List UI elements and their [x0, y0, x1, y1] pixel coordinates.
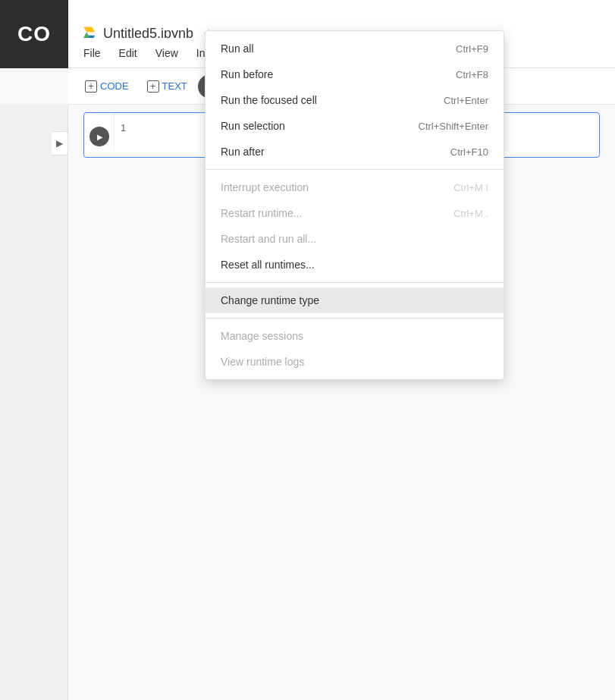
dropdown-section-run: Run all Ctrl+F9 Run before Ctrl+F8 Run t… — [206, 31, 504, 170]
runtime-dropdown: Run all Ctrl+F9 Run before Ctrl+F8 Run t… — [205, 30, 504, 380]
menu-manage-sessions: Manage sessions — [206, 323, 504, 349]
dropdown-overlay[interactable]: Run all Ctrl+F9 Run before Ctrl+F8 Run t… — [0, 0, 615, 700]
interrupt-shortcut: Ctrl+M I — [453, 182, 488, 193]
menu-view-runtime-logs: View runtime logs — [206, 349, 504, 375]
run-all-label: Run all — [221, 42, 254, 55]
interrupt-label: Interrupt execution — [221, 181, 309, 193]
run-before-label: Run before — [221, 68, 273, 80]
menu-run-focused[interactable]: Run the focused cell Ctrl+Enter — [206, 87, 504, 113]
menu-restart-run-all: Restart and run all... — [206, 226, 504, 252]
reset-all-label: Reset all runtimes... — [221, 259, 315, 271]
menu-change-runtime-type[interactable]: Change runtime type — [206, 287, 504, 313]
manage-sessions-label: Manage sessions — [221, 330, 303, 342]
run-selection-label: Run selection — [221, 120, 285, 132]
menu-restart: Restart runtime... Ctrl+M . — [206, 200, 504, 226]
restart-shortcut: Ctrl+M . — [453, 208, 488, 219]
restart-run-all-label: Restart and run all... — [221, 233, 316, 245]
run-focused-label: Run the focused cell — [221, 94, 317, 106]
run-before-shortcut: Ctrl+F8 — [456, 69, 488, 80]
menu-run-before[interactable]: Run before Ctrl+F8 — [206, 61, 504, 87]
change-runtime-type-label: Change runtime type — [221, 294, 319, 306]
dropdown-section-runtime-control: Interrupt execution Ctrl+M I Restart run… — [206, 170, 504, 283]
dropdown-section-runtime-type: Change runtime type — [206, 283, 504, 319]
menu-reset-all[interactable]: Reset all runtimes... — [206, 252, 504, 278]
co-logo: CO — [0, 0, 68, 68]
dropdown-section-sessions: Manage sessions View runtime logs — [206, 319, 504, 379]
menu-run-after[interactable]: Run after Ctrl+F10 — [206, 139, 504, 165]
view-runtime-logs-label: View runtime logs — [221, 356, 304, 368]
restart-label: Restart runtime... — [221, 207, 302, 219]
run-after-shortcut: Ctrl+F10 — [450, 146, 488, 158]
run-after-label: Run after — [221, 146, 265, 158]
run-all-shortcut: Ctrl+F9 — [456, 43, 488, 55]
menu-interrupt: Interrupt execution Ctrl+M I — [206, 174, 504, 200]
co-logo-text: CO — [17, 22, 51, 46]
menu-run-selection[interactable]: Run selection Ctrl+Shift+Enter — [206, 113, 504, 139]
run-selection-shortcut: Ctrl+Shift+Enter — [419, 121, 489, 132]
menu-run-all[interactable]: Run all Ctrl+F9 — [206, 36, 504, 61]
run-focused-shortcut: Ctrl+Enter — [444, 95, 488, 106]
